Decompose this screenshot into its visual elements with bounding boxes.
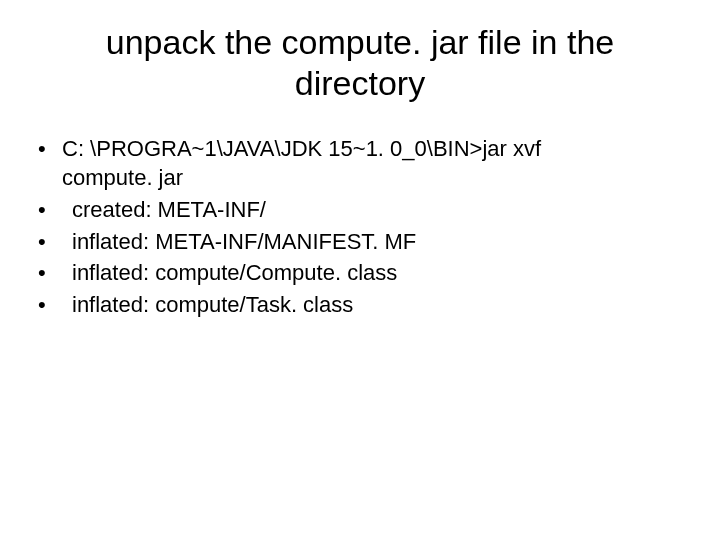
slide: unpack the compute. jar file in the dire… <box>0 0 720 540</box>
list-item: inflated: compute/Task. class <box>30 290 720 320</box>
slide-title: unpack the compute. jar file in the dire… <box>0 0 720 114</box>
list-item: created: META-INF/ <box>30 195 720 225</box>
list-item-text: C: \PROGRA~1\JAVA\JDK 15~1. 0_0\BIN>jar … <box>62 136 541 161</box>
list-item: inflated: compute/Compute. class <box>30 258 720 288</box>
list-item-text: inflated: compute/Compute. class <box>62 260 397 285</box>
list-item-text: created: META-INF/ <box>62 197 266 222</box>
list-item-text: inflated: META-INF/MANIFEST. MF <box>62 229 416 254</box>
slide-body: C: \PROGRA~1\JAVA\JDK 15~1. 0_0\BIN>jar … <box>0 114 720 320</box>
list-item-text-wrap: compute. jar <box>62 163 720 193</box>
list-item: inflated: META-INF/MANIFEST. MF <box>30 227 720 257</box>
bullet-list: C: \PROGRA~1\JAVA\JDK 15~1. 0_0\BIN>jar … <box>30 134 720 320</box>
list-item-text: inflated: compute/Task. class <box>62 292 353 317</box>
list-item: C: \PROGRA~1\JAVA\JDK 15~1. 0_0\BIN>jar … <box>30 134 720 193</box>
